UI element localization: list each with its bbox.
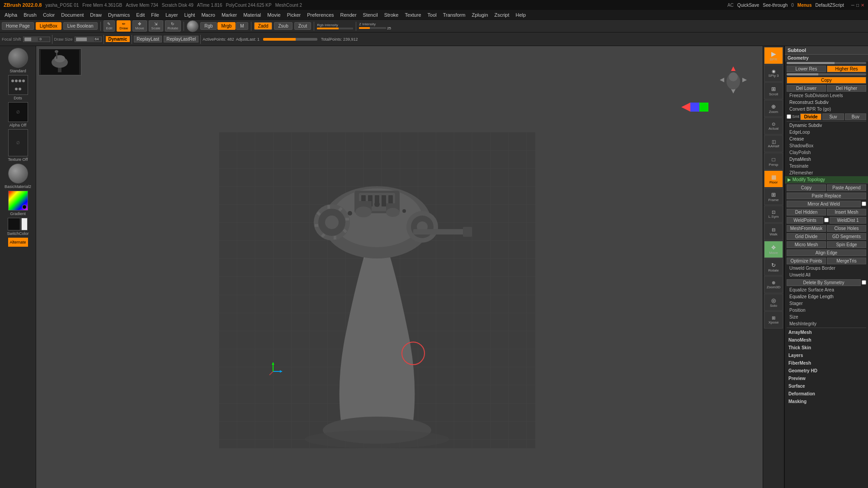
menu-layer[interactable]: Layer <box>163 11 181 19</box>
actual-btn[interactable]: ⊙ Actual <box>764 117 783 135</box>
nano-mesh-item[interactable]: NanoMesh <box>785 336 868 344</box>
menu-light[interactable]: Light <box>182 11 198 19</box>
insert-mesh-btn[interactable]: Insert Mesh <box>827 209 866 216</box>
spin-edge-btn[interactable]: Spin Edge <box>827 241 866 248</box>
zsub-btn[interactable]: Zsub <box>274 22 292 30</box>
masking-item[interactable]: Masking <box>785 398 868 405</box>
secondary-color[interactable] <box>21 218 28 230</box>
rotate-btn[interactable]: ↻ Rotate <box>165 20 181 32</box>
modify-topology-section[interactable]: ▶ Modify Topology <box>785 176 868 183</box>
higher-res-btn[interactable]: Higher Res <box>827 66 866 72</box>
smt-checkbox[interactable] <box>787 114 791 119</box>
optimize-points-btn[interactable]: Optimize Points <box>787 258 826 264</box>
del-lower-btn[interactable]: Del Lower <box>787 85 826 92</box>
menu-tool[interactable]: Tool <box>425 11 439 19</box>
unweld-groups-item[interactable]: Unweld Groups Border <box>785 265 868 272</box>
3d-viewport[interactable] <box>104 91 650 488</box>
dynamic-btn[interactable]: Dynamic <box>106 36 130 42</box>
intensity-slider[interactable] <box>317 28 353 29</box>
quick-save-btn[interactable]: QuickSave <box>737 3 759 8</box>
replay-last-btn[interactable]: ReplayLast <box>134 36 162 42</box>
menu-edit[interactable]: Edit <box>133 11 147 19</box>
menu-stroke[interactable]: Stroke <box>382 11 401 19</box>
menu-material[interactable]: Material <box>241 11 264 19</box>
solo-btn[interactable]: ◎ Solo <box>764 294 783 311</box>
thick-skin-item[interactable]: Thick Skin <box>785 344 868 352</box>
symmetry-check[interactable] <box>862 280 866 285</box>
frame-btn[interactable]: ⊞ Frame <box>764 188 783 205</box>
menu-stencil[interactable]: Stencil <box>360 11 381 19</box>
scroll-btn[interactable]: ⊞ Scroll <box>764 82 783 99</box>
subdiv-slider[interactable] <box>787 62 866 64</box>
edge-loop-item[interactable]: EdgeLoop <box>785 129 868 136</box>
menu-render[interactable]: Render <box>338 11 359 19</box>
del-higher-btn[interactable]: Del Higher <box>827 85 866 92</box>
menu-movie[interactable]: Movie <box>264 11 283 19</box>
move3d-btn[interactable]: ✥ Move <box>764 241 783 258</box>
alpha-selector[interactable]: ∅ Alpha Off <box>8 102 28 127</box>
copy-topo-btn[interactable]: Copy <box>787 184 826 191</box>
menus-btn[interactable]: Menus <box>797 3 812 8</box>
convert-bpr-item[interactable]: Convert BPR To (go) <box>785 106 868 113</box>
unweld-all-item[interactable]: Unweld All <box>785 272 868 278</box>
gd-segments-btn[interactable]: GD Segments <box>827 233 866 240</box>
menu-macro[interactable]: Macro <box>198 11 218 19</box>
shadow-box-item[interactable]: ShadowBox <box>785 142 868 149</box>
lsym-btn[interactable]: ⊡ L.Sym <box>764 206 783 223</box>
bpr-btn[interactable]: ▶ BPR <box>764 47 783 64</box>
texture-selector[interactable]: ∅ Texture Off <box>8 129 28 162</box>
merge-tris-btn[interactable]: MergeTris <box>827 258 866 264</box>
suv-btn[interactable]: Suv <box>822 113 844 120</box>
mirror-weld-btn[interactable]: Mirror And Weld <box>787 201 861 207</box>
tessinate-item[interactable]: Tessinate <box>785 163 868 169</box>
menu-help[interactable]: Help <box>513 11 529 19</box>
draw-size-slider[interactable]: 64 <box>75 37 102 42</box>
zadd-btn[interactable]: Zadd <box>254 22 273 30</box>
brush-dots[interactable]: Dots <box>8 75 28 100</box>
z-remesher-item[interactable]: ZRemesher <box>785 169 868 176</box>
sply3-btn[interactable]: ◉ SPly 3 <box>764 65 783 82</box>
menu-draw[interactable]: Draw <box>87 11 104 19</box>
light-box-btn[interactable]: LightBox <box>36 22 61 30</box>
stager-item[interactable]: Stager <box>785 300 868 307</box>
close-btn[interactable]: ✕ <box>861 3 864 8</box>
equalize-edge-item[interactable]: Equalize Edge Length <box>785 293 868 300</box>
micro-mesh-btn[interactable]: Micro Mesh <box>787 241 826 248</box>
home-page-btn[interactable]: Home Page <box>2 22 34 30</box>
mrgb-btn[interactable]: Mrgb <box>217 22 236 30</box>
layers-item[interactable]: Layers <box>785 352 868 359</box>
lower-res-btn[interactable]: Lower Res <box>787 66 826 72</box>
dyna-mesh-item[interactable]: DynaMesh <box>785 156 868 163</box>
menu-picker[interactable]: Picker <box>284 11 304 19</box>
default-zscript-btn[interactable]: DefaultZScript <box>816 3 844 8</box>
live-boolean-btn[interactable]: Live Boolean <box>63 22 98 30</box>
mesh-from-mask-btn[interactable]: MeshFromMask <box>787 225 826 232</box>
zoom3d-btn[interactable]: ⊕ Zoom3D <box>764 276 783 293</box>
rgb-btn[interactable]: Rgb <box>200 22 217 30</box>
menu-dynamics[interactable]: Dynamics <box>105 11 132 19</box>
weld-check[interactable] <box>824 218 829 222</box>
zoom-btn[interactable]: ⊕ Zoom <box>764 100 783 117</box>
scale-btn[interactable]: ⇲ Scale <box>149 20 163 32</box>
adjust-slider[interactable] <box>263 38 317 41</box>
preview-item[interactable]: Preview <box>785 375 868 382</box>
xpose-btn[interactable]: ⊞ Xpose <box>764 311 783 328</box>
nav-cube[interactable] <box>717 64 749 101</box>
m-btn[interactable]: M <box>236 22 248 30</box>
menu-zplugin[interactable]: Zplugin <box>469 11 491 19</box>
brush-standard[interactable]: Standard <box>8 48 28 73</box>
delete-by-symmetry-btn[interactable]: Delete By Symmetry <box>787 279 861 286</box>
size-item[interactable]: Size <box>785 314 868 320</box>
menu-transform[interactable]: Transform <box>440 11 468 19</box>
color-picker-dot[interactable] <box>22 205 27 209</box>
buv-btn[interactable]: Buv <box>845 113 866 120</box>
menu-document[interactable]: Document <box>58 11 86 19</box>
weld-points-btn[interactable]: WeldPoints <box>787 217 823 224</box>
maximize-btn[interactable]: □ <box>856 3 859 8</box>
menu-preferences[interactable]: Preferences <box>304 11 336 19</box>
rotate3d-btn[interactable]: ↻ Rotate <box>764 258 783 276</box>
close-holes-btn[interactable]: Close Holes <box>827 225 866 232</box>
canvas-area[interactable] <box>36 46 763 488</box>
edit-btn[interactable]: ✎ Edit <box>104 20 115 32</box>
crease-item[interactable]: Crease <box>785 136 868 142</box>
